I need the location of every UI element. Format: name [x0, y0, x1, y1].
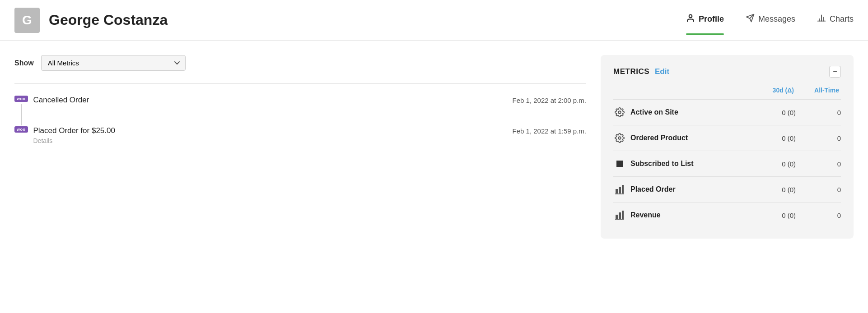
metric-val-30d-ordered-product: 0 (0) — [751, 134, 796, 142]
woo-badge-2: woo — [14, 126, 28, 133]
person-icon — [686, 14, 695, 25]
metric-val-30d-active-on-site: 0 (0) — [751, 109, 796, 116]
metric-name-placed-order: Placed Order — [630, 185, 751, 193]
bar-icon-revenue — [613, 209, 626, 221]
metric-row-subscribed: Subscribed to List 0 (0) 0 — [613, 151, 841, 176]
activity-connector-2: woo — [14, 125, 28, 133]
nav-messages-label: Messages — [758, 14, 795, 24]
svg-rect-12 — [622, 185, 624, 193]
metrics-title: METRICS — [613, 67, 649, 76]
activity-content: Cancelled Order Feb 1, 2022 at 2:00 p.m. — [33, 95, 587, 117]
metrics-header: METRICS Edit − — [613, 66, 841, 78]
metrics-edit-button[interactable]: Edit — [655, 67, 669, 76]
svg-rect-10 — [616, 189, 618, 193]
send-icon — [746, 14, 755, 25]
bar-icon-placed-order — [613, 183, 626, 196]
header-nav: Profile Messages Charts — [686, 14, 854, 27]
metrics-panel: METRICS Edit − 30d (Δ) All-Time Active o… — [601, 55, 854, 239]
nav-messages[interactable]: Messages — [746, 14, 795, 27]
avatar: G — [14, 8, 40, 33]
metric-name-revenue: Revenue — [630, 211, 751, 219]
metric-val-alltime-ordered-product: 0 — [796, 134, 841, 142]
activity-time-2: Feb 1, 2022 at 1:59 p.m. — [513, 126, 586, 135]
metric-val-alltime-revenue: 0 — [796, 212, 841, 219]
nav-profile[interactable]: Profile — [686, 14, 724, 27]
nav-charts-label: Charts — [830, 14, 854, 24]
svg-rect-14 — [616, 215, 618, 219]
activity-row-2: Placed Order for $25.00 Feb 1, 2022 at 1… — [33, 126, 587, 135]
square-icon-subscribed — [613, 157, 626, 170]
metrics-select[interactable]: All Metrics — [41, 55, 186, 71]
activity-line — [21, 104, 22, 125]
svg-rect-15 — [619, 212, 621, 219]
svg-point-8 — [618, 137, 621, 139]
bar-chart-icon — [817, 14, 826, 25]
svg-rect-16 — [622, 211, 624, 219]
minus-icon: − — [833, 68, 837, 76]
svg-rect-9 — [616, 161, 623, 167]
activity-row: Cancelled Order Feb 1, 2022 at 2:00 p.m. — [33, 96, 587, 105]
metric-row-placed-order: Placed Order 0 (0) 0 — [613, 176, 841, 202]
main-content: Show All Metrics woo Cancelled Order Feb… — [0, 41, 868, 253]
metric-row-revenue: Revenue 0 (0) 0 — [613, 202, 841, 228]
nav-profile-label: Profile — [699, 14, 724, 24]
metric-val-30d-subscribed: 0 (0) — [751, 160, 796, 168]
woo-badge: woo — [14, 96, 28, 102]
metric-val-30d-revenue: 0 (0) — [751, 212, 796, 219]
gear-icon-ordered — [613, 132, 626, 144]
svg-rect-11 — [619, 187, 621, 193]
metric-name-active-on-site: Active on Site — [630, 108, 751, 116]
activity-details-link[interactable]: Details — [33, 137, 587, 144]
metric-val-alltime-subscribed: 0 — [796, 160, 841, 168]
activity-item-placed-order: woo Placed Order for $25.00 Feb 1, 2022 … — [14, 125, 586, 157]
show-row: Show All Metrics — [14, 55, 586, 71]
metrics-collapse-button[interactable]: − — [829, 66, 841, 78]
metrics-col-headers: 30d (Δ) All-Time — [613, 87, 841, 94]
metric-name-subscribed: Subscribed to List — [630, 160, 751, 168]
user-name: George Costanza — [49, 12, 168, 28]
metric-name-ordered-product: Ordered Product — [630, 134, 751, 142]
activity-title: Cancelled Order — [33, 96, 89, 105]
left-panel: Show All Metrics woo Cancelled Order Feb… — [14, 55, 586, 239]
metric-val-alltime-placed-order: 0 — [796, 186, 841, 193]
divider — [14, 83, 586, 84]
metrics-title-row: METRICS Edit — [613, 67, 669, 76]
activity-item-cancelled-order: woo Cancelled Order Feb 1, 2022 at 2:00 … — [14, 95, 586, 125]
activity-title-2: Placed Order for $25.00 — [33, 126, 115, 135]
col-header-30d: 30d (Δ) — [749, 87, 794, 94]
header: G George Costanza Profile Messages — [0, 0, 868, 41]
col-header-alltime: All-Time — [794, 87, 839, 94]
activity-content-2: Placed Order for $25.00 Feb 1, 2022 at 1… — [33, 125, 587, 157]
nav-charts[interactable]: Charts — [817, 14, 854, 27]
metric-val-30d-placed-order: 0 (0) — [751, 186, 796, 193]
activity-connector: woo — [14, 95, 28, 125]
metric-val-alltime-active-on-site: 0 — [796, 109, 841, 116]
show-label: Show — [14, 59, 34, 67]
metric-row-ordered-product: Ordered Product 0 (0) 0 — [613, 125, 841, 151]
svg-point-0 — [689, 15, 692, 18]
activity-time: Feb 1, 2022 at 2:00 p.m. — [513, 96, 586, 104]
gear-icon-active — [613, 106, 626, 119]
svg-point-7 — [618, 111, 621, 114]
metric-row-active-on-site: Active on Site 0 (0) 0 — [613, 99, 841, 125]
